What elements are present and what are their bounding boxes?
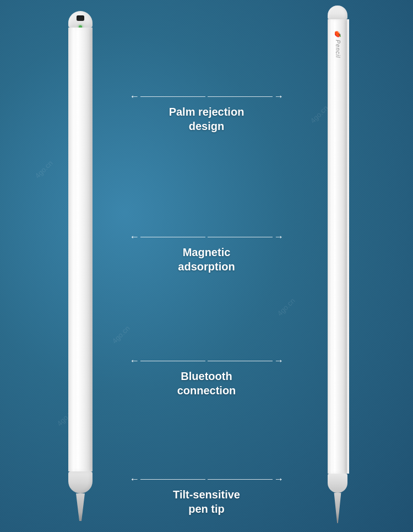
- stylus-left-cap-top: [68, 11, 93, 28]
- stylus-right: [325, 6, 350, 523]
- stylus-right-cap-bottom: [328, 474, 347, 493]
- stylus-right-tip: [333, 493, 342, 523]
- stylus-right-cap-top: [328, 6, 347, 19]
- stylus-left-body: [68, 28, 93, 471]
- stylus-left-cap-bottom: [68, 471, 93, 493]
- flat-side: [347, 19, 349, 474]
- background: [0, 0, 413, 532]
- stylus-right-body: [328, 19, 347, 474]
- stylus-left-tip: [75, 493, 86, 521]
- stylus-left: [66, 11, 95, 521]
- usb-c-port: [77, 15, 84, 21]
